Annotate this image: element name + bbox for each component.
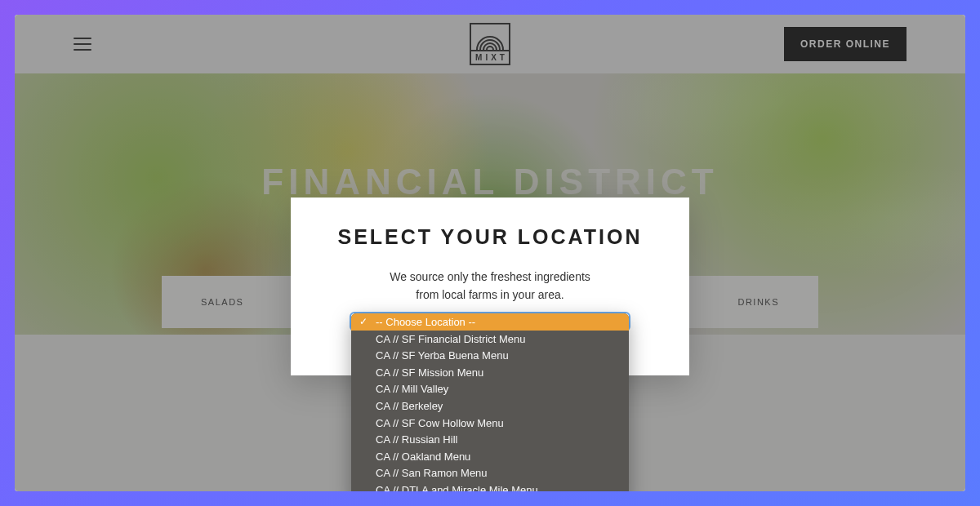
dropdown-option[interactable]: CA // SF Yerba Buena Menu	[351, 347, 629, 364]
modal-title: SELECT YOUR LOCATION	[323, 225, 657, 249]
app-frame: MIXT ORDER ONLINE FINANCIAL DISTRICT SAL…	[15, 15, 965, 491]
dropdown-option-label: CA // Russian Hill	[376, 433, 457, 446]
dropdown-option[interactable]: CA // SF Mission Menu	[351, 364, 629, 381]
dropdown-option[interactable]: CA // DTLA and Miracle Mile Menu	[351, 482, 629, 491]
dropdown-option-label: CA // SF Yerba Buena Menu	[376, 349, 509, 362]
dropdown-option-label: CA // SF Mission Menu	[376, 366, 483, 379]
check-icon: ✓	[359, 316, 368, 327]
dropdown-option-label: CA // Berkeley	[376, 400, 443, 412]
dropdown-option[interactable]: CA // Russian Hill	[351, 431, 629, 448]
dropdown-option[interactable]: CA // SF Cow Hollow Menu	[351, 415, 629, 432]
modal-text-line1: We source only the freshest ingredients	[323, 269, 657, 286]
dropdown-option-label: -- Choose Location --	[376, 316, 475, 328]
dropdown-option-label: CA // Oakland Menu	[376, 451, 470, 463]
dropdown-option-label: CA // DTLA and Miracle Mile Menu	[376, 484, 538, 491]
dropdown-option-label: CA // San Ramon Menu	[376, 467, 488, 479]
modal-text-line2: from local farms in your area.	[323, 286, 657, 304]
dropdown-option-placeholder[interactable]: ✓ -- Choose Location --	[351, 313, 629, 331]
dropdown-option[interactable]: CA // SF Financial District Menu	[351, 331, 629, 348]
dropdown-option[interactable]: CA // Mill Valley	[351, 380, 629, 397]
dropdown-option[interactable]: CA // Berkeley	[351, 397, 629, 415]
dropdown-option-label: CA // SF Financial District Menu	[376, 333, 526, 345]
location-dropdown[interactable]: ✓ -- Choose Location -- CA // SF Financi…	[351, 313, 629, 491]
dropdown-option-label: CA // Mill Valley	[376, 383, 448, 395]
dropdown-option-label: CA // SF Cow Hollow Menu	[376, 417, 504, 429]
dropdown-option[interactable]: CA // San Ramon Menu	[351, 464, 629, 482]
dropdown-option[interactable]: CA // Oakland Menu	[351, 448, 629, 465]
